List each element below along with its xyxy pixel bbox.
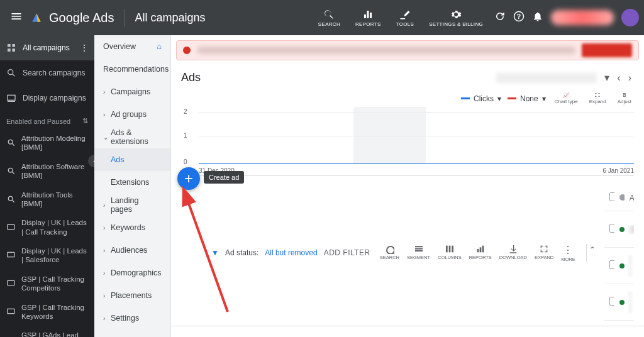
prev-icon[interactable]: ‹ [614, 70, 623, 86]
row-checkbox[interactable] [609, 260, 614, 269]
alert-banner[interactable] [176, 40, 639, 60]
campaign-item[interactable]: Display | UK | Leads | Call Tracking [0, 213, 94, 241]
table-row[interactable] [604, 284, 634, 321]
nav-campaigns[interactable]: ›Campaigns [94, 80, 170, 103]
sidebar-display-campaigns[interactable]: Display campaigns [0, 86, 94, 111]
col-ad[interactable]: Ad [625, 194, 634, 202]
help-icon[interactable]: ? [513, 11, 525, 25]
chart-expand-button[interactable]: ⛶Expand [587, 92, 609, 104]
svg-point-23 [387, 246, 394, 254]
sidebar-item-label: Search campaigns [23, 69, 85, 77]
chevron-right-icon: › [103, 247, 108, 254]
svg-line-31 [187, 200, 228, 312]
next-icon[interactable]: › [626, 70, 634, 86]
nav-adgroups[interactable]: ›Ad groups [94, 103, 170, 126]
notifications-icon[interactable] [532, 11, 543, 25]
avatar[interactable] [621, 9, 639, 26]
table-download[interactable]: Download [496, 244, 530, 262]
create-ad-fab[interactable]: + [177, 167, 200, 190]
svg-point-16 [8, 196, 13, 201]
ad-cell-redacted [625, 255, 634, 277]
nav-audiences[interactable]: ›Audiences [94, 239, 170, 262]
table-more[interactable]: ⋮More [558, 244, 579, 262]
status-filter-icon[interactable] [619, 194, 625, 201]
filter-icon[interactable]: ▼ [211, 248, 219, 257]
chevron-right-icon: › [103, 224, 108, 231]
svg-rect-26 [449, 245, 451, 252]
sidebar-all-campaigns[interactable]: All campaigns ⋮ [0, 35, 94, 60]
date-range-redacted[interactable] [496, 73, 597, 83]
metric-secondary[interactable]: None ▾ [508, 94, 546, 103]
table-expand[interactable]: Expand [531, 244, 557, 262]
hamburger-menu[interactable] [5, 5, 28, 30]
add-filter-button[interactable]: ADD FILTER [324, 248, 370, 257]
sidebar-search-campaigns[interactable]: Search campaigns [0, 60, 94, 86]
row-checkbox[interactable] [609, 297, 614, 306]
svg-rect-25 [446, 245, 448, 252]
svg-rect-6 [8, 48, 11, 52]
nav-settings[interactable]: ›Settings [94, 307, 170, 329]
chart: 2 1 0 31 Dec 2020 6 Jan 2021 [181, 107, 634, 176]
table-row[interactable] [604, 248, 634, 284]
sidebar-item-label: All campaigns [23, 43, 70, 52]
table-header: Ad Campaign Ad group Status Ad type Impr… [604, 185, 634, 211]
fab-tooltip: Create ad [204, 171, 244, 184]
campaign-item[interactable]: Attribution Tools [BMM] [0, 185, 94, 214]
svg-rect-7 [12, 48, 15, 52]
table-segment[interactable]: Segment [404, 244, 433, 262]
nav-ads[interactable]: Ads [94, 148, 170, 171]
campaign-item[interactable]: Attribution Modeling [BMM] [0, 129, 94, 157]
chevron-right-icon: › [103, 270, 108, 277]
table-search[interactable]: Search [377, 244, 402, 262]
chart-adjust-button[interactable]: 🎚Adjust [615, 92, 634, 104]
alert-action-button[interactable] [582, 43, 632, 57]
svg-rect-30 [482, 245, 484, 252]
chevron-right-icon: › [103, 292, 108, 299]
sort-icon[interactable]: ⇅ [82, 117, 88, 125]
campaign-item[interactable]: GSP | Call Tracking Keywords [0, 298, 94, 326]
svg-rect-21 [8, 309, 14, 313]
campaign-item[interactable]: Attribution Software [BMM] [0, 157, 94, 185]
alert-icon [183, 47, 191, 54]
campaign-item[interactable]: GSP | Call Tracking Competitors [0, 270, 94, 298]
svg-rect-19 [8, 253, 14, 257]
dropdown-icon[interactable]: ▾ [602, 69, 612, 86]
topbar-tools[interactable]: Tools [390, 5, 420, 31]
campaign-item[interactable]: GSP | GAds Lead Forensics Company Tracki… [0, 326, 94, 337]
chevron-right-icon: › [103, 111, 108, 118]
chart-type-button[interactable]: 📈Chart type [552, 92, 580, 104]
refresh-icon[interactable] [494, 11, 506, 25]
row-checkbox[interactable] [609, 224, 614, 233]
nav-overview[interactable]: Overview⌂ [94, 35, 170, 58]
topbar-reports[interactable]: Reports [349, 5, 387, 31]
topbar-search[interactable]: Search [312, 5, 347, 31]
filter-status-value[interactable]: All but removed [265, 248, 317, 257]
table-row[interactable] [604, 211, 634, 248]
nav-demographics[interactable]: ›Demographics [94, 262, 170, 284]
svg-line-15 [12, 172, 14, 174]
table-reports[interactable]: Reports [466, 244, 495, 262]
page-title: Ads [181, 71, 201, 84]
select-all-checkbox[interactable] [609, 192, 614, 201]
svg-rect-4 [8, 44, 11, 47]
table-columns[interactable]: Columns [435, 244, 465, 262]
svg-line-13 [12, 144, 14, 146]
collapse-chart-icon[interactable]: ⌃ [586, 244, 598, 262]
campaign-item[interactable]: Display | UK | Leads | Salesforce [0, 241, 94, 270]
nav-extensions[interactable]: Extensions [94, 171, 170, 194]
nav-ads-extensions[interactable]: ⌄Ads & extensions [94, 126, 170, 148]
topbar-settings[interactable]: Settings & Billing [423, 5, 489, 31]
nav-landing-pages[interactable]: ›Landing pages [94, 194, 170, 216]
context-title: All campaigns [135, 11, 205, 25]
svg-rect-29 [479, 247, 481, 252]
sidebar-filter-section[interactable]: Enabled and Paused ⇅ [0, 111, 94, 129]
metric-color-swatch [508, 97, 516, 99]
metric-primary[interactable]: Clicks ▾ [461, 94, 501, 103]
more-icon[interactable]: ⋮ [80, 43, 88, 52]
nav-placements[interactable]: ›Placements [94, 284, 170, 307]
nav-keywords[interactable]: ›Keywords [94, 216, 170, 239]
nav-more[interactable]: +More [94, 329, 170, 337]
sidebar-item-label: Display campaigns [23, 94, 86, 102]
nav-recommendations[interactable]: Recommendations [94, 58, 170, 80]
logo[interactable]: Google Ads [30, 11, 114, 25]
